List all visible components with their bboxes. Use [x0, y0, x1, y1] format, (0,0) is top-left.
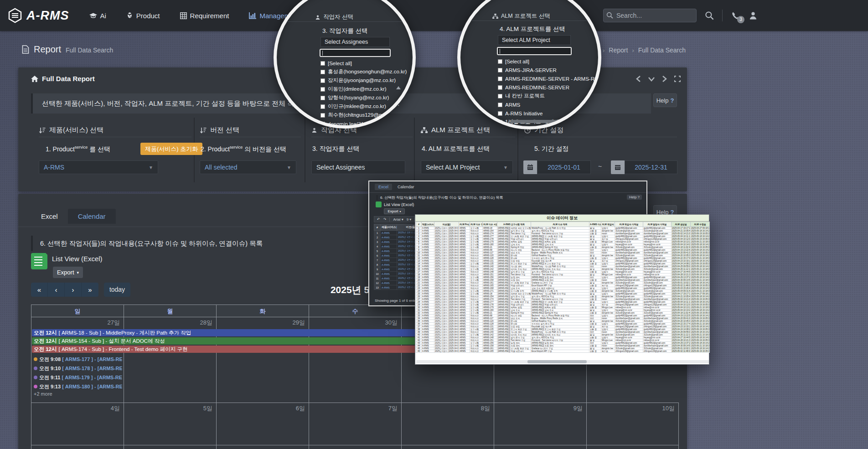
option-row[interactable]: 장지윤(jiyoonjang@mz.co.kr): [320, 76, 408, 85]
user-profile-icon[interactable]: [749, 11, 758, 20]
checkbox-icon[interactable]: [320, 78, 325, 83]
checkbox-icon[interactable]: [498, 103, 502, 107]
start-date-calendar-button[interactable]: [523, 160, 537, 174]
calendar-dot-event[interactable]: 오전 9:08 [ ARMS-177 ] - [ARMS-REQ] 모니터링: [34, 356, 122, 363]
checkbox-icon[interactable]: [320, 87, 325, 92]
calendar-day-cell[interactable]: [31, 445, 124, 449]
panel1-help-button[interactable]: Help?: [653, 93, 677, 107]
calendar-nav-button-2[interactable]: ›: [65, 283, 82, 297]
calendar-day-cell[interactable]: [401, 445, 494, 449]
redo-icon[interactable]: ↷: [383, 217, 387, 222]
more-events-link[interactable]: +2 more: [34, 391, 52, 397]
calendar-nav-button-1[interactable]: ‹: [48, 283, 65, 297]
option-row[interactable]: 내 칸반 프로젝트: [498, 92, 598, 100]
calendar-nav-button-3[interactable]: »: [82, 283, 98, 297]
option-row[interactable]: [Select all]: [320, 59, 408, 67]
day-number: 27일: [108, 319, 120, 327]
calendar-day-cell[interactable]: 5일: [124, 403, 216, 445]
product-dropdown[interactable]: A-RMS▼: [39, 160, 158, 174]
issue-window-hscrollbar[interactable]: [416, 360, 709, 363]
calendar-day-cell[interactable]: [309, 445, 401, 449]
checkbox-icon[interactable]: [320, 113, 325, 118]
start-date-field[interactable]: 2025-01-01: [537, 160, 591, 174]
checkbox-icon[interactable]: [320, 70, 325, 74]
checkbox-icon[interactable]: [498, 68, 502, 72]
nav-item-product[interactable]: Product: [126, 12, 160, 20]
checkbox-icon[interactable]: [498, 77, 502, 81]
alm-mag-dropdown[interactable]: Select ALM Project: [498, 35, 571, 45]
option-row[interactable]: [Select all]: [498, 57, 598, 66]
assignee-mag-search-input[interactable]: [320, 49, 391, 57]
issue-table-cell: 2025년 1분기 (2025-04-01 ~ 2025-06-3: [434, 276, 459, 279]
end-date-field[interactable]: 2025-12-31: [625, 160, 677, 174]
calendar-day-cell[interactable]: 8일: [401, 403, 494, 445]
app-logo[interactable]: A-RMS: [7, 8, 69, 23]
excel-window-tab-excel[interactable]: Excel: [375, 184, 392, 190]
breadcrumb-item[interactable]: Report: [609, 46, 628, 54]
option-row[interactable]: ARMS-REDMINE-SERVER - ARMS-RE: [498, 74, 598, 83]
option-row[interactable]: 양형석(hsyang@mz.co.kr): [320, 93, 408, 102]
nav-item-ai[interactable]: Ai: [89, 12, 106, 20]
calendar-day-cell[interactable]: [586, 445, 679, 449]
end-date-calendar-button[interactable]: [611, 160, 625, 174]
calendar-day-cell[interactable]: [216, 445, 309, 449]
search-submit-icon[interactable]: [705, 11, 714, 20]
calendar-day-cell[interactable]: 9일: [494, 403, 586, 445]
checkbox-icon[interactable]: [498, 94, 502, 98]
fullscreen-icon[interactable]: [674, 76, 681, 82]
calendar-day-cell[interactable]: 10일: [586, 403, 679, 445]
calendar-day-cell[interactable]: 7일: [309, 403, 401, 445]
calendar-day-cell[interactable]: [494, 445, 586, 449]
issue-table-row[interactable]: 46A-RMS2025년 1분기 (2025-04-01 ~ 2025-06-3…: [416, 350, 710, 353]
checkbox-icon[interactable]: [320, 96, 325, 100]
issue-table-row[interactable]: 27A-RMS2025년 1분기 (2025-04-01 ~ 2025-06-3…: [416, 298, 710, 301]
assignee-list-scroll-arrow[interactable]: [396, 86, 401, 89]
calendar-dot-event[interactable]: 오전 9:13 [ ARMS-180 ] - [ARMS-REQ] 상세 조회: [34, 383, 122, 390]
assignee-dropdown[interactable]: Select Assignees: [311, 160, 405, 174]
excel-window-export-button[interactable]: Export▾: [384, 208, 405, 214]
alm-list-hscrollbar[interactable]: [511, 120, 561, 123]
excel-window-tab-calendar[interactable]: Calendar: [394, 184, 418, 190]
checkbox-icon[interactable]: [320, 61, 325, 66]
undo-icon[interactable]: ↶: [377, 217, 380, 222]
option-row[interactable]: 홍성훈(hongseonghun@mz.co.kr): [320, 67, 408, 76]
issue-table-row[interactable]: 39A-RMS2025년 1분기 (2025-04-01 ~ 2025-06-3…: [416, 331, 710, 334]
excel-window-help[interactable]: Help ?: [627, 195, 642, 200]
calendar-dot-event[interactable]: 오전 9:11 [ ARMS-179 ] - [ARMS-REQ] 캐릭터 설정: [34, 374, 122, 381]
calendar-today-button[interactable]: today: [104, 283, 130, 297]
calendar-day-cell[interactable]: 6일: [216, 403, 309, 445]
checkbox-icon[interactable]: [498, 85, 502, 90]
collapse-right-icon[interactable]: [662, 76, 667, 82]
tab-calendar[interactable]: Calendar: [68, 209, 116, 224]
product-reset-button[interactable]: 제품(서비스) 초기화: [140, 143, 202, 155]
checkbox-icon[interactable]: [320, 104, 325, 109]
event-dot: [34, 385, 37, 388]
alm-project-dropdown[interactable]: Select ALM Project▼: [421, 160, 513, 174]
search-wrap: [603, 9, 697, 22]
issue-table-row[interactable]: 15A-RMS2025년 1분기 (2025-04-01 ~ 2025-06-3…: [416, 265, 710, 268]
option-row[interactable]: ARMS-REDMINE-SERVER: [498, 83, 598, 92]
calendar-nav-button-0[interactable]: «: [31, 283, 48, 297]
font-size-select[interactable]: 9 ▾: [407, 217, 412, 222]
option-row[interactable]: ARMS-JIRA-SERVER: [498, 66, 598, 74]
breadcrumb-item[interactable]: Full Data Search: [638, 46, 686, 54]
issue-table-row[interactable]: 3A-RMS2025년 1분기 (2025-04-01 ~ 2025-06-3A…: [416, 232, 710, 235]
collapse-down-icon[interactable]: [648, 77, 655, 82]
tab-excel[interactable]: Excel: [31, 209, 68, 224]
calendar-dot-event[interactable]: 오전 9:10 [ ARMS-178 ] - [ARMS-REQ] 엑셀 내보내…: [34, 365, 122, 372]
calendar-day-cell[interactable]: [124, 445, 216, 449]
phone-icon[interactable]: 3: [731, 11, 740, 21]
checkbox-icon[interactable]: [498, 111, 502, 116]
calendar-day-cell[interactable]: 4일: [31, 403, 124, 445]
alm-mag-search-input[interactable]: [497, 47, 572, 55]
option-row[interactable]: 이동민(dmlee@mz.co.kr): [320, 85, 408, 93]
version-dropdown[interactable]: All selected▼: [200, 160, 296, 174]
font-select[interactable]: Arial ▾: [393, 217, 403, 222]
assignee-mag-dropdown[interactable]: Select Assignees: [320, 37, 390, 47]
nav-item-requirement[interactable]: Requirement: [180, 12, 229, 20]
checkbox-icon[interactable]: [498, 59, 502, 64]
excel-window-listview-label: List View (Excel): [384, 202, 414, 207]
collapse-left-icon[interactable]: [636, 76, 641, 82]
global-search-input[interactable]: [603, 9, 697, 22]
export-button[interactable]: Export▾: [53, 267, 83, 278]
